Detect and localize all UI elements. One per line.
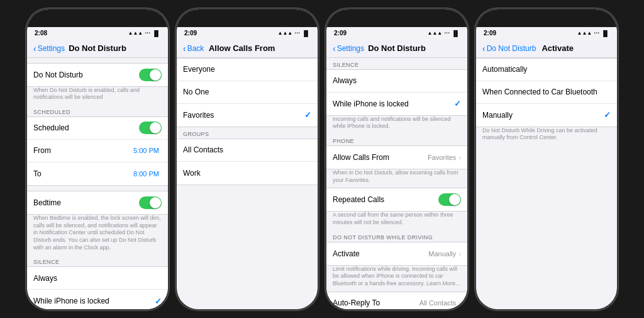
section-label: GROUPS [177,127,318,139]
toggle-switch[interactable] [139,69,162,81]
settings-content: SILENCEAlwaysWhile iPhone is locked✓Inco… [326,58,467,309]
row-label: Always [33,274,162,283]
status-right: ▲▲▲⋅⋅⋅▐▌ [427,30,460,37]
row-label: All Contacts [183,145,311,154]
settings-row[interactable]: All Contacts [177,139,318,162]
settings-group: EveryoneNo OneFavorites✓ [177,58,318,127]
checkmark-icon: ✓ [155,297,162,306]
row-label: Activate [333,249,428,258]
back-chevron-icon: ‹ [33,43,36,54]
toggle-knob [150,197,161,208]
signal-icon: ▲▲▲ [427,30,442,36]
settings-group: Allow Calls FromFavorites› [326,145,467,169]
toggle-switch[interactable] [438,193,461,206]
row-label: Manually [482,111,604,120]
row-description: When Bedtime is enabled, the lock screen… [27,215,168,255]
settings-row[interactable]: Always [27,267,168,290]
checkmark-icon: ✓ [604,110,611,120]
settings-row[interactable]: Manually✓ [476,104,617,127]
row-value: 8:00 PM [133,170,159,178]
nav-bar: ‹SettingsDo Not Disturb [326,40,467,58]
settings-row[interactable]: Auto-Reply ToAll Contacts› [326,292,467,309]
phone-3: 2:09▲▲▲⋅⋅⋅▐▌‹SettingsDo Not DisturbSILEN… [325,8,469,310]
status-time: 2:09 [334,30,347,37]
settings-row[interactable]: When Connected to Car Bluetooth [476,81,617,104]
settings-row[interactable]: ActivateManually› [326,242,467,265]
signal-icon: ▲▲▲ [277,30,292,36]
battery-icon: ▐▌ [452,30,460,37]
toggle-switch[interactable] [139,196,162,209]
settings-row[interactable]: No One [177,81,318,104]
row-label: Scheduled [33,123,139,132]
toggle-switch[interactable] [139,122,162,134]
row-label: Favorites [183,111,304,120]
nav-bar: ‹Do Not DisturbActivate [476,40,617,58]
settings-row[interactable]: From5:00 PM [27,140,168,162]
wifi-icon: ⋅⋅⋅ [294,30,300,37]
battery-icon: ▐▌ [152,30,160,37]
settings-group: AlwaysWhile iPhone is locked✓ [27,266,168,309]
settings-row[interactable]: Automatically [476,59,617,81]
section-label: PHONE [326,134,467,145]
row-label: Work [183,169,311,178]
nav-back-button[interactable]: ‹Back [183,43,204,54]
settings-row[interactable]: To8:00 PM [27,162,168,185]
settings-row[interactable]: Bedtime [27,191,168,214]
back-chevron-icon: ‹ [183,43,186,54]
chevron-icon: › [458,154,461,161]
checkmark-icon: ✓ [304,110,311,120]
back-chevron-icon: ‹ [482,43,486,54]
settings-row[interactable]: Repeated Calls [326,188,467,211]
settings-row[interactable]: Always [326,70,467,93]
toggle-knob [150,122,161,133]
toggle-knob [150,69,161,81]
row-label: Automatically [482,65,611,74]
nav-title: Allow Calls From [204,43,280,53]
phones-container: 2:08▲▲▲⋅⋅⋅▐▌‹SettingsDo Not DisturbDo No… [19,2,625,317]
row-label: From [33,146,133,155]
settings-group: AlwaysWhile iPhone is locked✓ [326,69,467,116]
settings-group: Do Not Disturb [27,63,168,87]
phone-1: 2:08▲▲▲⋅⋅⋅▐▌‹SettingsDo Not DisturbDo No… [26,8,169,310]
nav-back-button[interactable]: ‹Do Not Disturb [482,43,536,54]
row-label: To [33,169,133,178]
settings-row[interactable]: Scheduled [27,117,168,140]
settings-row[interactable]: Allow Calls FromFavorites› [326,146,467,169]
section-description: Limit notifications while driving. Incom… [326,266,467,292]
settings-row[interactable]: Favorites✓ [177,104,318,127]
nav-back-button[interactable]: ‹Settings [333,43,364,54]
signal-icon: ▲▲▲ [577,30,592,36]
status-right: ▲▲▲⋅⋅⋅▐▌ [128,30,160,37]
row-label: Repeated Calls [333,195,438,204]
row-label: Everyone [183,65,311,74]
row-value: All Contacts [419,299,457,307]
row-label: While iPhone is locked [33,297,155,305]
chevron-icon: › [458,299,461,307]
settings-group: Bedtime [27,191,168,215]
section-description: A second call from the same person withi… [326,212,467,230]
nav-back-label: Back [187,44,204,53]
settings-row[interactable]: While iPhone is locked✓ [326,93,467,115]
battery-icon: ▐▌ [302,30,310,37]
settings-row[interactable]: While iPhone is locked✓ [27,290,168,309]
settings-group: ScheduledFrom5:00 PMTo8:00 PM [27,116,168,186]
wifi-icon: ⋅⋅⋅ [444,30,450,37]
phone-2: 2:09▲▲▲⋅⋅⋅▐▌‹BackAllow Calls FromEveryon… [175,8,319,310]
wifi-icon: ⋅⋅⋅ [145,30,150,37]
settings-row[interactable]: Do Not Disturb [27,64,168,86]
settings-content: AutomaticallyWhen Connected to Car Bluet… [476,58,617,309]
nav-bar: ‹SettingsDo Not Disturb [27,40,168,58]
settings-row[interactable]: Work [177,162,318,185]
checkmark-icon: ✓ [454,99,461,108]
row-label: While iPhone is locked [333,99,454,108]
row-value: Favorites [428,154,456,161]
status-bar: 2:09▲▲▲⋅⋅⋅▐▌ [177,27,318,40]
settings-row[interactable]: Everyone [177,59,318,81]
back-chevron-icon: ‹ [333,43,336,54]
status-time: 2:09 [484,30,496,37]
nav-back-button[interactable]: ‹Settings [33,43,65,54]
status-bar: 2:09▲▲▲⋅⋅⋅▐▌ [326,27,467,40]
row-value: Manually [428,250,456,258]
row-label: When Connected to Car Bluetooth [482,88,611,96]
nav-bar: ‹BackAllow Calls From [177,40,318,58]
